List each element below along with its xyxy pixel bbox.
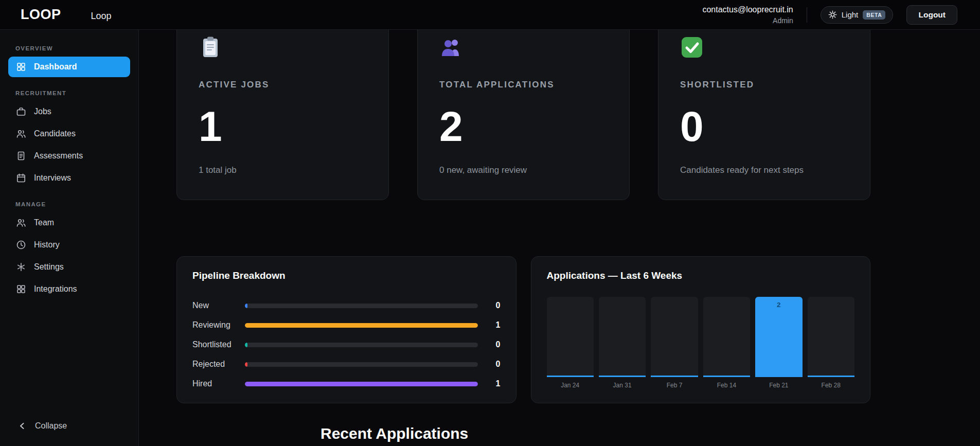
x-tick-label: Feb 28 [808, 382, 854, 389]
x-tick-label: Feb 21 [755, 382, 802, 389]
stat-card-active-jobs: ACTIVE JOBS 1 1 total job [176, 30, 389, 200]
stat-subtext: Candidates ready for next steps [680, 165, 848, 175]
pipeline-value: 0 [478, 301, 501, 310]
stat-value: 1 [199, 105, 367, 148]
dashboard-grid-icon [16, 62, 26, 72]
user-role-badge: Admin [702, 16, 793, 25]
stat-label: SHORTLISTED [680, 80, 848, 90]
clipboard-icon [199, 35, 222, 59]
sidebar-item-assessments[interactable]: Assessments [8, 146, 130, 166]
stat-label: ACTIVE JOBS [199, 80, 367, 90]
logout-button[interactable]: Logout [906, 5, 957, 25]
pipeline-label: Shortlisted [192, 340, 245, 349]
sidebar-item-label: Team [34, 218, 54, 227]
sidebar-section-recruitment: RECRUITMENT Jobs Candidates Assessments [0, 90, 138, 190]
panels-row: Pipeline Breakdown New 0 Reviewing 1 [176, 256, 870, 403]
pipeline-label: New [192, 301, 245, 310]
sidebar-item-integrations[interactable]: Integrations [8, 279, 130, 299]
stat-label: TOTAL APPLICATIONS [439, 80, 608, 90]
sidebar-item-history[interactable]: History [8, 235, 130, 255]
pipeline-row-shortlisted: Shortlisted 0 [192, 335, 501, 354]
pipeline-value: 1 [478, 379, 501, 388]
x-tick-label: Feb 7 [651, 382, 698, 389]
header-right: contactus@looprecruit.in Admin Light BET… [702, 5, 957, 25]
panel-title: Pipeline Breakdown [192, 270, 501, 281]
sidebar-item-label: History [34, 240, 60, 249]
stat-subtext: 1 total job [199, 165, 367, 175]
pipeline-row-new: New 0 [192, 296, 501, 315]
sidebar-section-manage: MANAGE Team History Settings [0, 201, 138, 301]
pipeline-value: 1 [478, 320, 501, 330]
pipeline-bar-track [245, 343, 478, 347]
stat-card-total-applications: TOTAL APPLICATIONS 2 0 new, awaiting rev… [417, 30, 630, 200]
pipeline-bar-track [245, 323, 478, 328]
sidebar: OVERVIEW Dashboard RECRUITMENT Jobs C [0, 30, 139, 446]
sidebar-section-overview: OVERVIEW Dashboard [0, 45, 138, 79]
bar-chart: 2 [547, 297, 855, 377]
sidebar-item-settings[interactable]: Settings [8, 257, 130, 277]
clock-icon [16, 240, 26, 250]
x-tick-label: Feb 14 [703, 382, 750, 389]
pipeline-label: Hired [192, 379, 245, 388]
user-email: contactus@looprecruit.in [702, 5, 793, 14]
people-icon [16, 129, 26, 139]
pipeline-breakdown-panel: Pipeline Breakdown New 0 Reviewing 1 [176, 256, 516, 403]
sidebar-item-candidates[interactable]: Candidates [8, 123, 130, 144]
pipeline-bar-fill [245, 382, 478, 386]
sidebar-item-label: Settings [34, 262, 64, 272]
pipeline-bar-track [245, 362, 478, 367]
pipeline-value: 0 [478, 340, 501, 349]
header-divider [807, 7, 807, 23]
applications-chart-panel: Applications — Last 6 Weeks 2 Jan 24 Jan… [531, 256, 871, 403]
user-block: contactus@looprecruit.in Admin [702, 5, 793, 25]
section-title-manage: MANAGE [0, 201, 138, 207]
recent-applications-heading: Recent Applications [176, 425, 870, 442]
chart-bar: 2 [755, 297, 802, 376]
pipeline-bar-fill [245, 323, 478, 328]
theme-toggle-button[interactable]: Light BETA [821, 6, 894, 24]
collapse-label: Collapse [35, 421, 67, 431]
section-title-recruitment: RECRUITMENT [0, 90, 138, 96]
sidebar-item-label: Integrations [34, 284, 77, 294]
green-check-icon [680, 35, 704, 59]
sidebar-item-label: Interviews [34, 173, 71, 183]
sidebar-item-team[interactable]: Team [8, 212, 130, 233]
layout: OVERVIEW Dashboard RECRUITMENT Jobs C [0, 30, 980, 446]
app-logo[interactable]: LOOP [21, 7, 61, 23]
chart-x-axis: Jan 24 Jan 31 Feb 7 Feb 14 Feb 21 Feb 28 [547, 382, 855, 389]
people-icon [16, 218, 26, 228]
sidebar-item-dashboard[interactable]: Dashboard [8, 57, 130, 77]
people-silhouettes-icon [439, 35, 463, 59]
main-content: ACTIVE JOBS 1 1 total job TOTAL APPLICAT… [139, 30, 980, 446]
pipeline-row-rejected: Rejected 0 [192, 354, 501, 374]
sidebar-item-jobs[interactable]: Jobs [8, 101, 130, 122]
sidebar-collapse-button[interactable]: Collapse [0, 410, 138, 446]
calendar-icon [16, 173, 26, 183]
sidebar-item-label: Candidates [34, 129, 76, 138]
stats-row: ACTIVE JOBS 1 1 total job TOTAL APPLICAT… [176, 30, 870, 200]
settings-icon [16, 262, 26, 272]
pipeline-bar-track [245, 304, 478, 308]
sidebar-item-interviews[interactable]: Interviews [8, 168, 130, 188]
bar-value-label: 2 [755, 301, 802, 309]
pipeline-rows: New 0 Reviewing 1 Shortlisted 0 [192, 296, 501, 394]
pipeline-value: 0 [478, 360, 501, 369]
theme-toggle-label: Light [842, 10, 859, 19]
sidebar-item-label: Dashboard [34, 62, 77, 72]
pipeline-bar-fill [245, 343, 247, 347]
stat-card-shortlisted: SHORTLISTED 0 Candidates ready for next … [658, 30, 870, 200]
section-title-overview: OVERVIEW [0, 45, 138, 51]
sidebar-item-label: Jobs [34, 107, 51, 116]
chart-column [651, 297, 698, 377]
beta-badge: BETA [863, 10, 885, 20]
briefcase-icon [16, 106, 26, 117]
pipeline-label: Rejected [192, 360, 245, 369]
document-icon [16, 151, 26, 161]
chart-column [547, 297, 594, 377]
chart-column [703, 297, 750, 377]
pipeline-label: Reviewing [192, 320, 245, 330]
pipeline-row-reviewing: Reviewing 1 [192, 315, 501, 335]
brand: LOOP Loop [21, 7, 112, 23]
chart-column [808, 297, 854, 377]
x-tick-label: Jan 31 [599, 382, 646, 389]
